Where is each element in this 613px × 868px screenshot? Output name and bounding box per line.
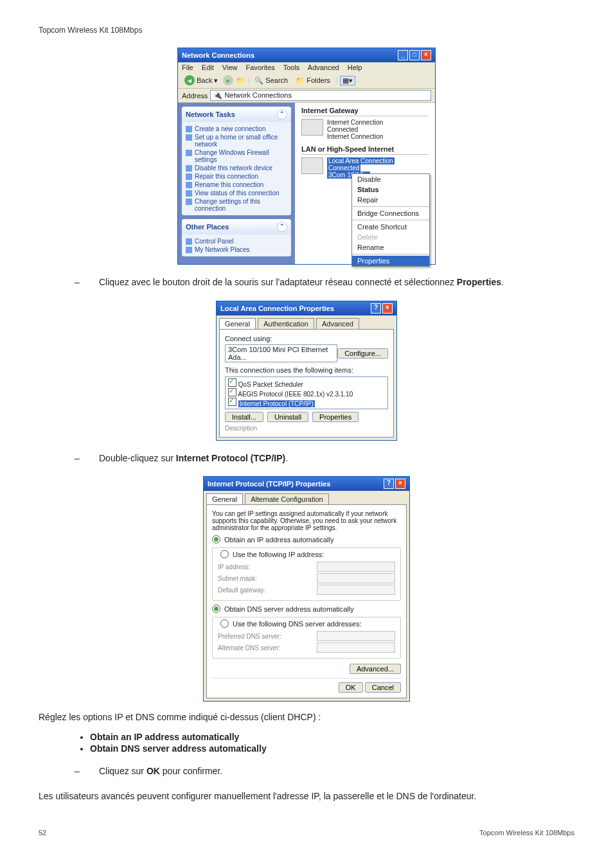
radio-icon	[212, 535, 220, 544]
menu-favorites[interactable]: Favorites	[246, 64, 275, 71]
section-lan: LAN or High-Speed Internet	[301, 145, 429, 155]
task-firewall[interactable]: Change Windows Firewall settings	[186, 148, 287, 164]
ctx-repair[interactable]: Repair	[352, 195, 429, 205]
views-button[interactable]: ▦▾	[340, 76, 355, 85]
alternate-dns-label: Alternate DNS server:	[218, 644, 280, 651]
alternate-dns-input	[317, 642, 395, 653]
page-footer: 52 Topcom Wireless Kit 108Mbps	[39, 829, 574, 837]
ctx-delete[interactable]: Delete	[352, 232, 429, 242]
items-listbox[interactable]: QoS Packet Scheduler AEGIS Protocol (IEE…	[225, 376, 388, 409]
network-tasks-header[interactable]: Network Tasks⌃	[182, 107, 291, 122]
chevron-up-icon: ⌃	[277, 109, 287, 120]
instruction-1: –Cliquez avec le bouton droit de la sour…	[39, 276, 574, 289]
window-titlebar: Network Connections _ □ ×	[178, 48, 435, 62]
separator	[352, 220, 429, 220]
task-rename[interactable]: Rename this connection	[186, 181, 287, 189]
task-view-status[interactable]: View status of this connection	[186, 189, 287, 197]
tcpip-blurb: You can get IP settings assigned automat…	[212, 510, 401, 531]
preferred-dns-label: Preferred DNS server:	[218, 633, 281, 640]
bullet-item: Obtain DNS server address automatically	[90, 743, 574, 754]
ctx-shortcut[interactable]: Create Shortcut	[352, 222, 429, 232]
menu-tools[interactable]: Tools	[283, 64, 300, 71]
ok-button[interactable]: OK	[339, 682, 363, 693]
task-setup-network[interactable]: Set up a home or small office network	[186, 133, 287, 148]
section-internet-gateway: Internet Gateway	[301, 107, 429, 116]
forward-button[interactable]: ►	[223, 75, 233, 85]
ctx-properties[interactable]: Properties	[352, 256, 429, 266]
task-create-connection[interactable]: Create a new connection	[186, 125, 287, 133]
menu-advanced[interactable]: Advanced	[308, 64, 339, 71]
items-label: This connection uses the following items…	[225, 366, 388, 374]
advanced-button[interactable]: Advanced...	[350, 664, 401, 674]
properties-button[interactable]: Properties	[312, 412, 359, 422]
minimize-icon[interactable]: _	[398, 50, 408, 60]
main-pane: Internet Gateway Internet Connection Con…	[295, 103, 435, 264]
connection-name-selected: Local Area Connection	[327, 157, 395, 164]
separator	[352, 254, 429, 254]
lac-properties-dialog: Local Area Connection Properties ?× Gene…	[216, 301, 397, 441]
uninstall-button[interactable]: Uninstall	[267, 412, 308, 422]
up-button[interactable]: 📁	[236, 76, 245, 85]
menubar: File Edit View Favorites Tools Advanced …	[178, 62, 435, 73]
separator	[352, 206, 429, 207]
back-button[interactable]: ◄Back ▾	[182, 75, 220, 86]
menu-edit[interactable]: Edit	[202, 64, 214, 71]
tab-general[interactable]: General	[219, 318, 256, 329]
checkbox-icon[interactable]	[228, 398, 236, 406]
radio-use-dns[interactable]: Use the following DNS server addresses:	[218, 619, 364, 628]
body-text-1: Réglez les options IP et DNS comme indiq…	[39, 711, 574, 724]
install-button[interactable]: Install...	[225, 412, 263, 422]
subnet-input	[317, 573, 395, 583]
other-control-panel[interactable]: Control Panel	[186, 237, 287, 245]
tab-alternate[interactable]: Alternate Configuration	[245, 493, 329, 504]
page-number: 52	[39, 829, 46, 837]
checkbox-icon[interactable]	[228, 388, 236, 396]
task-repair[interactable]: Repair this connection	[186, 172, 287, 181]
close-icon[interactable]: ×	[395, 479, 405, 489]
sidebar: Network Tasks⌃ Create a new connection S…	[178, 103, 295, 264]
bullet-list: Obtain an IP address automatically Obtai…	[64, 732, 574, 754]
menu-view[interactable]: View	[222, 64, 238, 71]
connection-status: Connected	[327, 126, 383, 133]
checkbox-icon[interactable]	[228, 378, 236, 387]
address-input[interactable]: 🔌 Network Connections	[210, 90, 431, 101]
tab-advanced[interactable]: Advanced	[316, 318, 359, 329]
ctx-bridge[interactable]: Bridge Connections	[352, 208, 429, 218]
adapter-field[interactable]: 3Com 10/100 Mini PCI Ethernet Ada...	[225, 344, 337, 362]
ctx-status[interactable]: Status	[352, 184, 429, 195]
preferred-dns-input	[317, 631, 395, 641]
other-places-header[interactable]: Other Places⌃	[182, 219, 291, 235]
menu-help[interactable]: Help	[348, 64, 362, 71]
task-change-settings[interactable]: Change settings of this connection	[186, 197, 287, 213]
connection-internet[interactable]: Internet Connection Connected Internet C…	[301, 119, 429, 140]
maximize-icon[interactable]: □	[409, 50, 420, 60]
menu-file[interactable]: File	[182, 64, 193, 71]
close-icon[interactable]: ×	[382, 303, 393, 314]
gateway-label: Default gateway:	[218, 587, 266, 594]
search-button[interactable]: 🔍 Search	[252, 76, 290, 85]
configure-button[interactable]: Configure...	[337, 348, 388, 359]
ip-address-label: IP address:	[218, 563, 250, 571]
dialog-titlebar: Local Area Connection Properties ?×	[217, 301, 396, 315]
other-my-network-places[interactable]: My Network Places	[186, 245, 287, 254]
radio-obtain-dns[interactable]: Obtain DNS server address automatically	[212, 605, 401, 613]
help-icon[interactable]: ?	[371, 303, 381, 314]
help-icon[interactable]: ?	[384, 479, 394, 489]
radio-icon	[212, 605, 220, 613]
radio-obtain-ip[interactable]: Obtain an IP address automatically	[212, 535, 401, 544]
folders-button[interactable]: 📁 Folders	[293, 76, 333, 85]
tab-general[interactable]: General	[206, 493, 243, 504]
ctx-rename[interactable]: Rename	[352, 242, 429, 252]
close-icon[interactable]: ×	[421, 50, 431, 60]
task-disable-device[interactable]: Disable this network device	[186, 164, 287, 172]
radio-use-ip[interactable]: Use the following IP address:	[218, 550, 326, 558]
radio-icon	[220, 619, 229, 628]
other-places-list: Control Panel My Network Places	[182, 235, 291, 256]
ctx-disable[interactable]: Disable	[352, 174, 429, 184]
item-tcpip-selected: Internet Protocol (TCP/IP)	[238, 400, 315, 407]
tab-authentication[interactable]: Authentication	[258, 318, 314, 329]
back-icon: ◄	[184, 75, 195, 85]
gateway-input	[317, 585, 395, 595]
page-header: Topcom Wireless Kit 108Mbps	[39, 26, 574, 35]
cancel-button[interactable]: Cancel	[365, 682, 401, 693]
